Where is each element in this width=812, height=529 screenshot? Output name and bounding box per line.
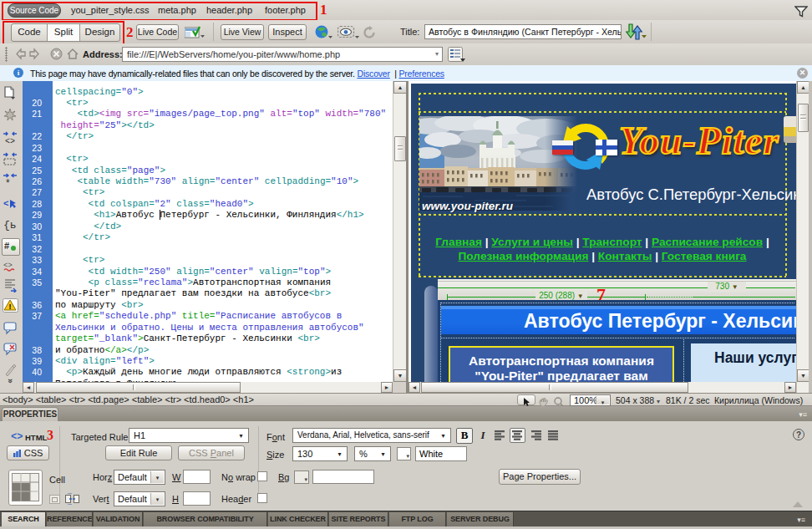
svg-text:{ь}: {ь} — [3, 219, 17, 231]
svg-text:<>: <> — [3, 262, 13, 270]
svg-text:#: # — [4, 241, 9, 251]
svg-text:*: * — [6, 177, 10, 187]
svg-text:<>: <> — [5, 137, 15, 145]
svg-text:<: < — [3, 198, 8, 208]
svg-text:!: ! — [9, 303, 12, 311]
